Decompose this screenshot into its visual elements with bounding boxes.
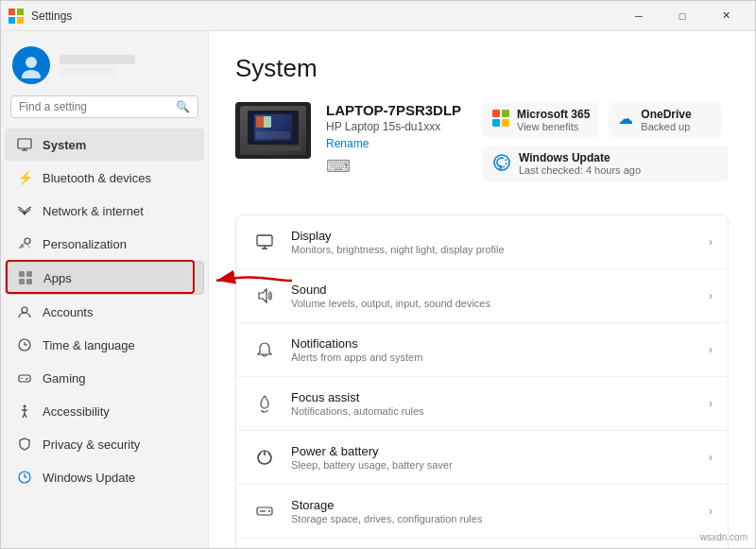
- profile-sub: [60, 68, 116, 76]
- svg-rect-16: [19, 375, 30, 382]
- privacy-icon: [16, 436, 33, 453]
- power-name: Power & battery: [291, 444, 696, 458]
- svg-rect-10: [19, 271, 25, 277]
- focus-icon: [251, 390, 278, 417]
- app-body: 🔍 System ⚡ Bluetooth & de: [1, 31, 755, 548]
- app-icon: [9, 9, 24, 24]
- search-icon: 🔍: [176, 100, 190, 113]
- update-icon: [16, 469, 33, 486]
- system-icon: [16, 136, 33, 153]
- sound-text: Sound Volume levels, output, input, soun…: [291, 283, 696, 309]
- win-update-sub: Last checked: 4 hours ago: [519, 164, 641, 176]
- ms365-title: Microsoft 365: [517, 108, 590, 121]
- onedrive-icon: ☁: [618, 110, 633, 128]
- display-chevron: ›: [709, 235, 713, 249]
- accessibility-icon: [16, 403, 33, 420]
- svg-point-5: [22, 70, 41, 78]
- content-area: System: [209, 31, 755, 548]
- sidebar-item-bluetooth[interactable]: ⚡ Bluetooth & devices: [5, 162, 204, 194]
- svg-rect-13: [26, 279, 32, 284]
- device-icon: ⌨: [326, 156, 468, 177]
- minimize-button[interactable]: ─: [617, 1, 661, 31]
- svg-rect-2: [9, 17, 15, 24]
- settings-item-display[interactable]: Display Monitors, brightness, night ligh…: [236, 215, 728, 269]
- accounts-icon: [16, 303, 33, 320]
- titlebar-title: Settings: [31, 9, 617, 23]
- device-info: LAPTOP-7PSR3DLP HP Laptop 15s-du1xxx Ren…: [235, 102, 468, 177]
- device-thumbnail: [235, 102, 311, 159]
- avatar: [12, 46, 50, 84]
- page-title: System: [235, 54, 729, 83]
- sidebar-item-privacy[interactable]: Privacy & security: [5, 428, 204, 460]
- svg-marker-27: [259, 289, 266, 302]
- svg-point-14: [22, 307, 27, 313]
- power-icon: [251, 444, 278, 471]
- sidebar-item-apps[interactable]: Apps: [5, 261, 204, 295]
- svg-rect-1: [17, 9, 24, 15]
- svg-point-4: [26, 57, 37, 68]
- power-chevron: ›: [709, 451, 713, 464]
- sidebar-item-network[interactable]: Network & internet: [5, 195, 204, 227]
- rename-link[interactable]: Rename: [326, 137, 369, 150]
- storage-icon: [251, 498, 278, 524]
- display-text: Display Monitors, brightness, night ligh…: [291, 229, 696, 255]
- sidebar-item-time[interactable]: Time & language: [5, 329, 204, 361]
- storage-chevron: ›: [709, 505, 713, 518]
- settings-item-nearby[interactable]: Nearby sharing Discoverability, received…: [236, 539, 728, 548]
- sidebar-item-system[interactable]: System: [5, 129, 204, 161]
- svg-point-21: [24, 405, 26, 408]
- top-section: LAPTOP-7PSR3DLP HP Laptop 15s-du1xxx Ren…: [235, 102, 729, 196]
- sidebar-item-label-accessibility: Accessibility: [43, 404, 110, 419]
- onedrive-card[interactable]: ☁ OneDrive Backed up: [609, 102, 722, 138]
- settings-item-sound[interactable]: Sound Volume levels, output, input, soun…: [236, 269, 728, 323]
- win-update-title: Windows Update: [519, 151, 641, 164]
- maximize-button[interactable]: □: [661, 1, 704, 31]
- settings-item-power[interactable]: Power & battery Sleep, battery usage, ba…: [236, 431, 728, 485]
- sound-name: Sound: [291, 283, 696, 297]
- ms365-card[interactable]: Microsoft 365 View benefits: [483, 102, 599, 138]
- power-desc: Sleep, battery usage, battery saver: [291, 459, 696, 471]
- settings-item-focus[interactable]: Focus assist Notifications, automatic ru…: [236, 377, 728, 431]
- sidebar: 🔍 System ⚡ Bluetooth & de: [1, 31, 209, 548]
- sidebar-item-gaming[interactable]: Gaming: [5, 362, 204, 394]
- storage-text: Storage Storage space, drives, configura…: [291, 498, 696, 524]
- search-input[interactable]: [19, 100, 170, 113]
- ms365-icon: [492, 110, 509, 127]
- window-controls: ─ □ ✕: [617, 1, 747, 31]
- onedrive-title: OneDrive: [641, 108, 691, 121]
- device-model: HP Laptop 15s-du1xxx: [326, 120, 468, 133]
- device-name: LAPTOP-7PSR3DLP: [326, 102, 468, 118]
- sidebar-item-label-apps: Apps: [43, 271, 72, 285]
- sidebar-item-update[interactable]: Windows Update: [5, 461, 204, 493]
- svg-rect-0: [9, 9, 15, 15]
- sidebar-item-label-time: Time & language: [43, 338, 135, 352]
- sidebar-item-accessibility[interactable]: Accessibility: [5, 395, 204, 427]
- profile-info: [60, 55, 135, 76]
- display-icon: [251, 229, 278, 255]
- svg-rect-3: [17, 17, 24, 24]
- display-desc: Monitors, brightness, night light, displ…: [291, 244, 696, 255]
- sidebar-item-label-gaming: Gaming: [43, 371, 86, 386]
- svg-point-31: [268, 510, 270, 512]
- sidebar-item-personalization[interactable]: Personalization: [5, 228, 204, 260]
- sidebar-item-label-privacy: Privacy & security: [43, 437, 140, 452]
- svg-rect-12: [19, 279, 25, 284]
- svg-point-9: [25, 238, 30, 244]
- profile-area: [1, 31, 208, 95]
- settings-item-storage[interactable]: Storage Storage space, drives, configura…: [236, 485, 728, 539]
- close-button[interactable]: ✕: [704, 1, 747, 31]
- notifications-name: Notifications: [291, 336, 696, 351]
- ms365-text: Microsoft 365 View benefits: [517, 108, 590, 132]
- power-text: Power & battery Sleep, battery usage, ba…: [291, 444, 696, 471]
- ms365-sub: View benefits: [517, 121, 590, 132]
- sidebar-item-accounts[interactable]: Accounts: [5, 296, 204, 328]
- search-box: 🔍: [10, 95, 198, 118]
- sound-desc: Volume levels, output, input, sound devi…: [291, 298, 696, 309]
- focus-name: Focus assist: [291, 390, 696, 404]
- settings-item-notifications[interactable]: Notifications Alerts from apps and syste…: [236, 323, 728, 377]
- display-name: Display: [291, 229, 696, 243]
- sound-icon: [251, 283, 278, 309]
- win-update-card[interactable]: Windows Update Last checked: 4 hours ago: [483, 146, 729, 181]
- network-icon: [16, 202, 33, 219]
- focus-text: Focus assist Notifications, automatic ru…: [291, 390, 696, 417]
